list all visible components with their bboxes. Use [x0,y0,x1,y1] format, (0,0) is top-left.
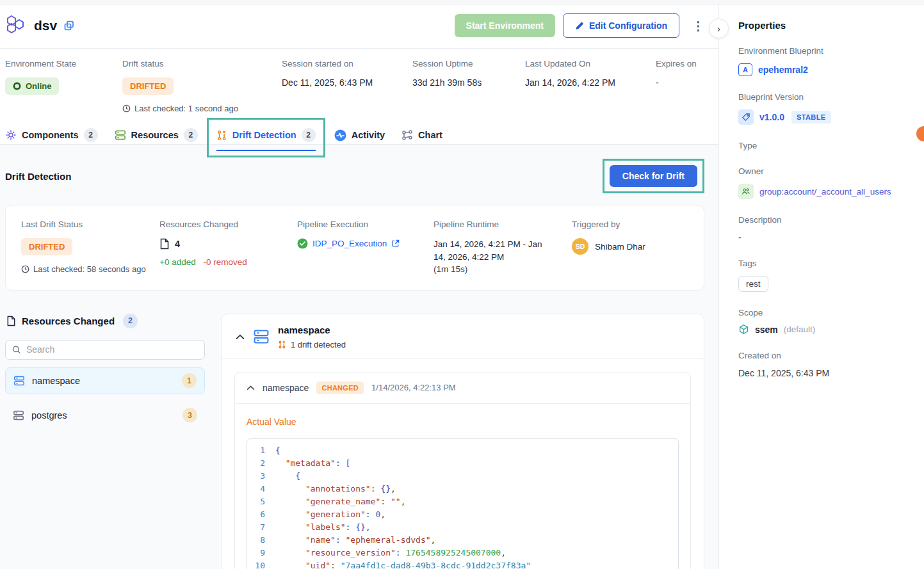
last-updated-label: Last Updated On [525,59,656,68]
actual-value-title: Actual Value [247,417,679,427]
session-started-value: Dec 11, 2025, 6:43 PM [282,77,412,88]
tab-bar: Components 2 Resources 2 Drift Detection… [0,126,718,145]
created-on-label: Created on [738,351,924,360]
pencil-icon [575,21,584,30]
check-circle-icon [297,238,308,249]
drift-count-badge: 1 [182,373,197,388]
tab-activity[interactable]: Activity [334,129,385,141]
copy-icon[interactable] [63,20,75,31]
clock-icon [21,265,29,273]
collapse-panel-button[interactable]: › [709,19,729,38]
check-for-drift-button[interactable]: Check for Drift [610,165,697,187]
file-icon [159,238,170,250]
top-strip [0,0,924,4]
code-lines: 1{2"metadata": [3{4"annotations": {},5"g… [247,444,678,569]
pipeline-execution-link[interactable]: IDP_PO_Execution [297,238,434,249]
tab-components[interactable]: Components 2 [5,128,98,142]
properties-title: Properties [738,20,924,31]
environment-logo-icon [6,15,28,36]
owner-label: Owner [738,166,924,176]
drift-icon [278,341,286,349]
drift-count-badge: 3 [182,408,197,422]
notification-dot[interactable] [916,126,924,141]
tags-label: Tags [738,259,924,268]
drift-detail-card: namespace 1 drift detected [221,314,704,569]
stack-icon [253,328,270,345]
status-badge-online: Online [5,77,59,95]
drift-count-text: 1 drift detected [291,340,346,349]
chart-icon [401,129,413,141]
resources-changed-label: Resources Changed [159,220,297,229]
stable-badge: STABLE [791,111,831,124]
list-item-namespace[interactable]: namespace 1 [5,367,205,394]
search-input[interactable] [26,344,198,355]
description-value: - [738,232,924,243]
resources-changed-panel: Resources Changed 2 namespace 1 [5,314,205,429]
expires-label: Expires on [656,59,713,68]
avatar: SD [572,238,588,255]
session-uptime-value: 33d 21h 39m 58s [412,77,525,88]
owner-link[interactable]: group:account/_account_all_users [759,187,891,196]
environment-state-label: Environment State [5,59,122,68]
tag-chip: rest [738,276,768,292]
environment-blueprint-link[interactable]: epehemral2 [758,65,808,75]
resource-search[interactable] [5,340,205,360]
file-icon [6,316,16,326]
created-on-value: Dec 11, 2025, 6:43 PM [738,368,924,378]
tab-resources[interactable]: Resources 2 [115,128,198,142]
tab-badge: 2 [302,128,316,142]
annotation-box-check-drift: Check for Drift [603,159,704,193]
drift-status-label: Drift status [122,59,282,68]
collapse-chevron-icon[interactable] [247,385,255,390]
list-item-postgres[interactable]: postgres 3 [5,402,205,429]
description-label: Description [738,215,924,225]
tab-badge: 2 [84,128,98,142]
detail-resource-name: namespace [278,325,346,335]
active-tab-underline [216,150,316,152]
gear-icon [5,129,17,141]
start-environment-button[interactable]: Start Environment [455,14,555,37]
drift-entry-card: namespace CHANGED 1/14/2026, 4:22:13 PM … [234,372,691,569]
environment-header: dsv Start Environment Edit Configuration… [0,4,718,49]
session-started-label: Session started on [282,59,412,68]
pipeline-runtime-duration: (1m 15s) [434,264,467,274]
drift-icon [216,130,227,141]
tab-drift-detection[interactable]: Drift Detection 2 [216,128,316,142]
json-code-viewer[interactable]: 1{2"metadata": [3{4"annotations": {},5"g… [247,438,679,569]
clock-icon [122,104,131,113]
drift-card-last-checked: Last checked: 58 seconds ago [21,264,159,274]
pipeline-runtime-value: Jan 14, 2026, 4:21 PM - Jan 14, 2026, 4:… [434,239,542,262]
blueprint-version-label: Blueprint Version [738,92,924,102]
collapse-chevron-icon[interactable] [236,334,245,340]
resources-panel-badge: 2 [123,314,138,328]
pipeline-execution-label: Pipeline Execution [297,220,434,229]
scope-default-suffix: (default) [784,325,816,334]
external-link-icon [391,239,400,248]
triggered-by-label: Triggered by [572,220,704,229]
group-icon [738,184,754,199]
drift-section-title: Drift Detection [5,171,71,182]
expires-value: - [656,77,713,88]
blueprint-version-link[interactable]: v1.0.0 [759,112,784,122]
resources-changed-count: 4 [175,239,180,249]
edit-configuration-button[interactable]: Edit Configuration [563,13,679,38]
status-badge-changed: CHANGED [316,381,364,394]
triggered-by-name: Shibam Dhar [595,242,645,252]
pipeline-runtime-label: Pipeline Runtime [434,220,572,229]
search-icon [12,345,21,355]
more-options-kebab-icon[interactable]: ⋮ [687,17,709,35]
properties-panel: › Properties Environment Blueprint A epe… [718,4,924,569]
resources-panel-title: Resources Changed [22,316,115,326]
last-drift-status-badge: DRIFTED [21,238,72,255]
drift-entry-timestamp: 1/14/2026, 4:22:13 PM [371,383,456,392]
session-uptime-label: Session Uptime [412,59,525,68]
cube-icon [738,324,749,335]
drift-stats-card: Last Drift Status DRIFTED Last checked: … [5,205,704,291]
tab-chart[interactable]: Chart [401,129,442,141]
last-updated-value: Jan 14, 2026, 4:22 PM [525,77,656,88]
type-label: Type [738,141,924,150]
added-count: +0 added [159,257,196,267]
stack-icon [115,129,126,141]
scope-value: ssem [755,325,778,335]
status-badge-drifted: DRIFTED [122,77,174,95]
